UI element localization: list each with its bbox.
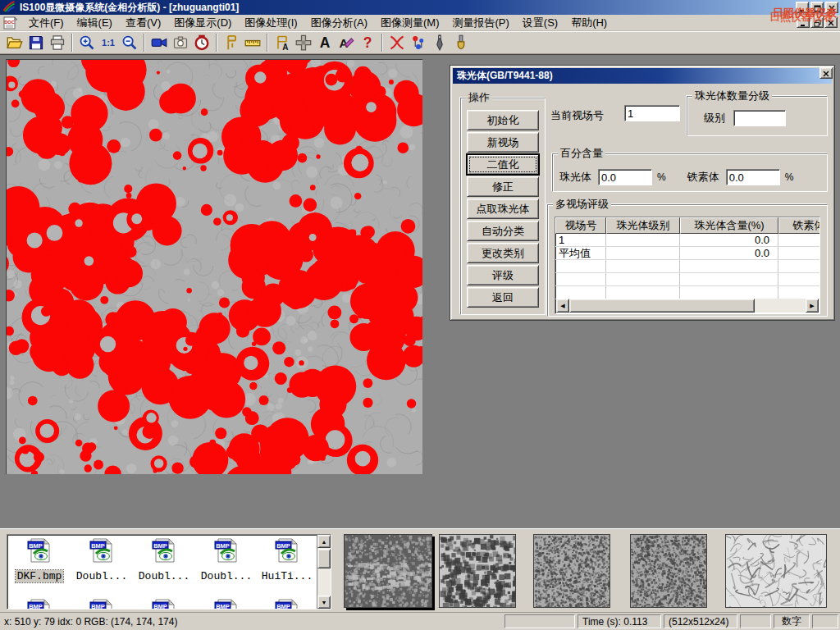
return-button[interactable]: 返回 <box>467 287 539 308</box>
menu-image-analysis[interactable]: 图像分析(A) <box>304 14 374 32</box>
annotate-icon[interactable]: A <box>336 33 357 52</box>
cursor-position-readout: x: 510 y: 79 idx: 0 RGB: (174, 174, 174) <box>0 614 502 628</box>
toolbar-separator <box>216 34 217 52</box>
curve-cut-icon[interactable] <box>386 33 408 52</box>
pearlite-percent-input[interactable] <box>598 169 652 185</box>
thumbnail-3[interactable] <box>533 534 610 608</box>
metallograph-image[interactable] <box>7 60 422 474</box>
print-icon[interactable] <box>47 33 68 52</box>
document-icon: DOC <box>2 16 19 30</box>
file-item[interactable]: BMP <box>9 597 70 609</box>
save-icon[interactable] <box>25 33 47 52</box>
help-icon[interactable]: ? <box>357 33 378 52</box>
timer-clock-icon[interactable] <box>191 33 212 52</box>
status-pane-empty <box>504 614 575 628</box>
initialize-button[interactable]: 初始化 <box>467 110 539 130</box>
col-ferrite-content[interactable]: 铁素体含量(%) <box>778 217 820 234</box>
file-item[interactable]: BMP HuiTi... <box>257 536 317 582</box>
toolbar: 1:1 A A A ? <box>0 31 840 54</box>
correct-button[interactable]: 修正 <box>467 176 539 197</box>
status-image-size: (512x512x24) <box>664 614 737 628</box>
svg-text:A: A <box>320 34 331 51</box>
ruler-icon[interactable] <box>242 33 263 52</box>
grade-input[interactable] <box>733 110 786 126</box>
thumbnail-5[interactable] <box>725 534 827 608</box>
measure-text-icon[interactable]: A <box>272 33 293 52</box>
col-pearlite-grade[interactable]: 珠光体级别 <box>606 217 680 234</box>
col-field-no[interactable]: 视场号 <box>555 217 606 234</box>
capture-camera-icon[interactable] <box>170 33 191 52</box>
file-item[interactable]: BMP <box>71 597 132 609</box>
menu-image-display[interactable]: 图像显示(D) <box>167 14 238 32</box>
file-item[interactable]: BMP <box>134 597 194 609</box>
thumbnail-2[interactable] <box>439 534 516 608</box>
scroll-down-icon[interactable]: ▼ <box>317 596 331 609</box>
menu-help[interactable]: 帮助(H) <box>564 14 614 32</box>
open-icon[interactable] <box>4 33 25 52</box>
mdi-close-button[interactable] <box>824 16 838 28</box>
actual-size-icon[interactable]: 1:1 <box>98 33 119 52</box>
file-item[interactable]: BMP DKF.bmp <box>9 536 70 582</box>
menu-view[interactable]: 查看(V) <box>119 14 167 32</box>
scrollbar-thumb[interactable] <box>569 299 755 313</box>
new-field-button[interactable]: 新视场 <box>467 132 539 153</box>
window-maximize-button[interactable] <box>810 2 824 13</box>
svg-text:BMP: BMP <box>153 542 167 550</box>
menu-edit[interactable]: 编辑(E) <box>71 14 119 32</box>
file-item[interactable]: BMP <box>257 597 317 609</box>
menu-image-processing[interactable]: 图像处理(I) <box>238 14 304 32</box>
binarize-button[interactable]: 二值化 <box>467 154 539 175</box>
current-field-input[interactable] <box>624 105 680 121</box>
window-close-button[interactable] <box>825 2 838 13</box>
workspace: 珠光体(GB/T9441-88) 操作 初始化 新视场 二值化 修正 点取珠光体… <box>0 54 840 528</box>
app-icon <box>2 0 16 16</box>
table-row[interactable]: 平均值 0.0 <box>555 247 819 260</box>
grading-group: 珠光体数量分级 级别 <box>687 89 828 136</box>
file-name: Doubl... <box>137 570 191 582</box>
pearlite-dialog: 珠光体(GB/T9441-88) 操作 初始化 新视场 二值化 修正 点取珠光体… <box>450 65 835 321</box>
col-pearlite-content[interactable]: 珠光体含量(%) <box>680 217 778 234</box>
text-icon[interactable]: A <box>314 33 336 52</box>
dialog-title-bar[interactable]: 珠光体(GB/T9441-88) <box>453 68 832 84</box>
menu-settings[interactable]: 设置(S) <box>516 14 564 32</box>
brush-tool-icon[interactable] <box>450 33 472 52</box>
toolbar-separator <box>381 34 383 52</box>
file-item[interactable]: BMP Doubl... <box>196 536 257 582</box>
svg-text:BMP: BMP <box>216 603 230 610</box>
scroll-left-icon[interactable]: ◀ <box>556 299 569 313</box>
thumbnail-1[interactable] <box>344 534 432 608</box>
scroll-right-icon[interactable]: ▶ <box>806 299 819 313</box>
mdi-restore-button[interactable] <box>810 16 824 28</box>
title-bar: IS100显微摄像系统(金相分析版) - [zhuguangti01] <box>0 0 840 15</box>
caliper-icon[interactable] <box>221 33 242 52</box>
window-minimize-button[interactable] <box>796 2 809 13</box>
file-item[interactable]: BMP Doubl... <box>71 536 132 582</box>
file-item[interactable]: BMP Doubl... <box>134 536 194 582</box>
menu-file[interactable]: 文件(F) <box>22 14 71 32</box>
zoom-in-icon[interactable] <box>76 33 98 52</box>
pen-tool-icon[interactable] <box>429 33 450 52</box>
change-category-button[interactable]: 更改类别 <box>467 243 539 263</box>
mdi-minimize-button[interactable] <box>797 16 810 28</box>
pick-pearlite-button[interactable]: 点取珠光体 <box>467 199 539 219</box>
menu-image-measure[interactable]: 图像测量(M) <box>374 14 446 32</box>
auto-classify-button[interactable]: 自动分类 <box>467 221 539 241</box>
video-camera-icon[interactable] <box>148 33 170 52</box>
multifield-group-label: 多视场评级 <box>553 197 611 212</box>
particle-mark-icon[interactable] <box>408 33 429 52</box>
ferrite-percent-input[interactable] <box>726 169 780 185</box>
thumbnail-4[interactable] <box>630 534 707 608</box>
table-row[interactable]: 1 0.0 <box>555 234 819 247</box>
dialog-close-icon[interactable] <box>819 67 833 79</box>
file-item[interactable]: BMP <box>196 597 257 609</box>
scroll-up-icon[interactable]: ▲ <box>317 535 331 548</box>
menu-measure-report[interactable]: 测量报告(P) <box>445 14 515 32</box>
cell-pearlite: 0.0 <box>680 247 778 259</box>
grid-tool-icon[interactable] <box>293 33 314 52</box>
scrollbar-thumb[interactable] <box>317 549 331 568</box>
table-horizontal-scrollbar: ◀ ▶ <box>556 299 819 313</box>
zoom-out-icon[interactable] <box>119 33 140 52</box>
image-frame <box>6 59 422 474</box>
rate-button[interactable]: 评级 <box>467 265 539 285</box>
svg-text:?: ? <box>363 34 372 51</box>
